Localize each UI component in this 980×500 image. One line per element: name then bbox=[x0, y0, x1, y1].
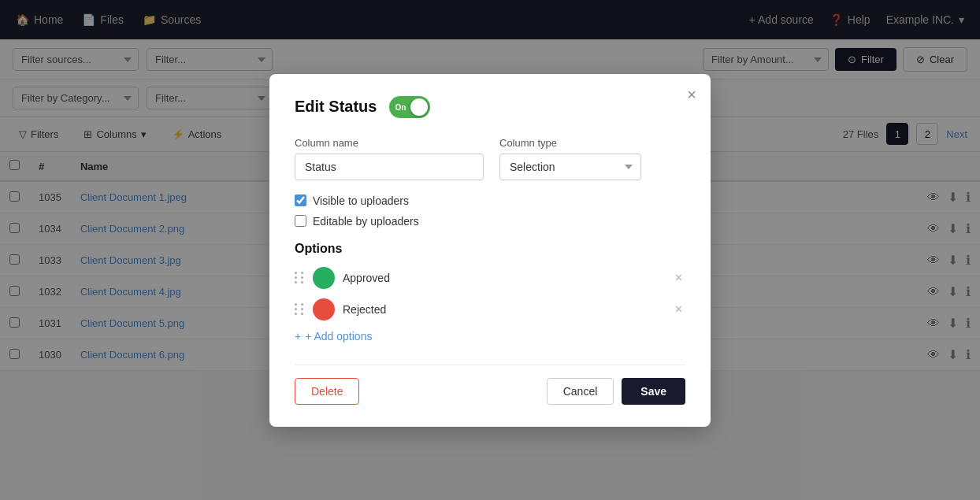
column-name-input[interactable] bbox=[295, 154, 484, 180]
visible-checkbox[interactable] bbox=[295, 194, 306, 206]
column-type-group: Column type Selection Text Number Date bbox=[499, 137, 641, 180]
options-section: Options Approved × Rejecte bbox=[295, 242, 685, 343]
modal-overlay[interactable]: × Edit Status On Column name Column type bbox=[0, 0, 980, 500]
option-label: Approved bbox=[343, 272, 664, 284]
option-remove-btn[interactable]: × bbox=[672, 272, 685, 284]
modal-footer: Delete Cancel Save bbox=[295, 365, 685, 405]
option-row: Approved × bbox=[295, 267, 685, 289]
visible-checkbox-row: Visible to uploaders bbox=[295, 194, 685, 207]
toggle-label: On bbox=[395, 102, 406, 111]
editable-label: Editable by uploaders bbox=[313, 215, 419, 228]
add-options-label: + Add options bbox=[305, 330, 372, 343]
option-row: Rejected × bbox=[295, 298, 685, 320]
status-toggle[interactable]: On bbox=[389, 96, 430, 118]
modal-close-btn[interactable]: × bbox=[687, 87, 696, 102]
toggle-slider: On bbox=[389, 96, 430, 118]
cancel-button[interactable]: Cancel bbox=[547, 378, 614, 405]
option-remove-btn[interactable]: × bbox=[672, 303, 685, 316]
form-row-names: Column name Column type Selection Text N… bbox=[295, 137, 685, 180]
modal-header: Edit Status On bbox=[295, 96, 685, 118]
edit-status-modal: × Edit Status On Column name Column type bbox=[269, 74, 711, 427]
options-title: Options bbox=[295, 242, 685, 256]
editable-checkbox[interactable] bbox=[295, 215, 306, 227]
add-options-btn[interactable]: + + Add options bbox=[295, 330, 372, 343]
add-icon: + bbox=[295, 330, 301, 343]
editable-checkbox-row: Editable by uploaders bbox=[295, 215, 685, 228]
option-label: Rejected bbox=[343, 303, 664, 316]
drag-handle[interactable] bbox=[295, 272, 305, 283]
option-color bbox=[313, 267, 335, 289]
footer-right: Cancel Save bbox=[547, 378, 685, 405]
modal-title: Edit Status bbox=[295, 98, 377, 116]
column-type-select[interactable]: Selection Text Number Date bbox=[499, 154, 641, 180]
save-button[interactable]: Save bbox=[622, 378, 685, 405]
options-list: Approved × Rejected × bbox=[295, 267, 685, 320]
option-color bbox=[313, 298, 335, 320]
visible-label: Visible to uploaders bbox=[313, 194, 409, 207]
delete-button[interactable]: Delete bbox=[295, 378, 359, 405]
column-name-group: Column name bbox=[295, 137, 484, 180]
toggle-wrap: On bbox=[389, 96, 430, 118]
drag-handle[interactable] bbox=[295, 303, 305, 315]
column-type-label: Column type bbox=[499, 137, 641, 149]
column-name-label: Column name bbox=[295, 137, 484, 149]
